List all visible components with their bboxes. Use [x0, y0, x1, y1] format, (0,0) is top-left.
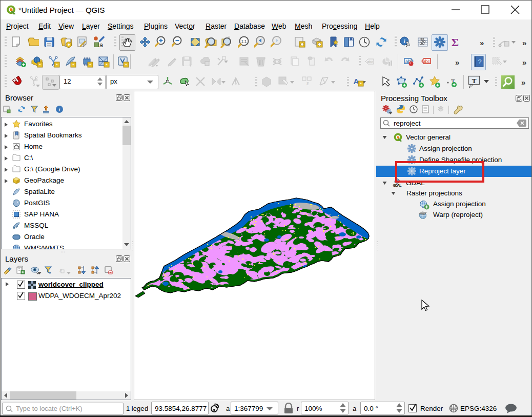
svg-text:GDAL: GDAL: [393, 184, 402, 187]
svg-text:*: *: [89, 63, 91, 68]
svg-text:*: *: [39, 63, 41, 68]
svg-text:a: a: [99, 42, 103, 49]
svg-text:abc: abc: [367, 60, 373, 64]
svg-text:i: i: [59, 107, 60, 112]
svg-text:*: *: [106, 63, 108, 68]
svg-text:ε: ε: [306, 80, 309, 87]
svg-text:1:1: 1:1: [241, 39, 247, 44]
svg-text:abc: abc: [423, 59, 430, 64]
svg-text:T: T: [472, 77, 477, 85]
svg-text:*: *: [360, 82, 362, 87]
svg-text:*: *: [72, 63, 74, 68]
svg-text:*: *: [125, 63, 127, 68]
svg-text:*: *: [56, 63, 58, 68]
svg-text:?: ?: [478, 58, 481, 66]
svg-text:Σ: Σ: [452, 36, 459, 48]
